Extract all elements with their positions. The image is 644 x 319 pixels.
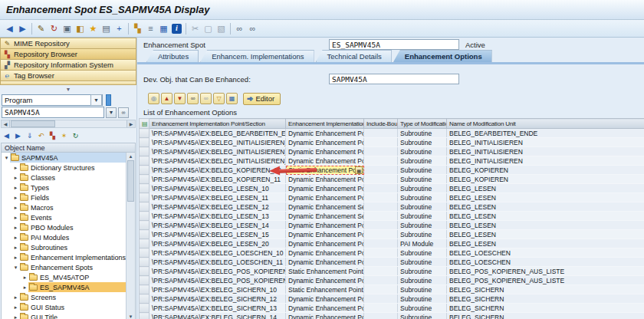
find-icon[interactable]: ∞ xyxy=(233,22,246,35)
tree-item-subroutines[interactable]: ▸Subroutines xyxy=(2,242,126,252)
chevron-down-icon[interactable]: ▾ xyxy=(3,155,10,161)
row-select-button[interactable] xyxy=(140,129,150,138)
row-select-button[interactable] xyxy=(140,193,150,202)
scroll-down-icon[interactable]: ▼ xyxy=(127,313,134,319)
row-select-button[interactable] xyxy=(140,147,150,156)
scroll-thumb[interactable] xyxy=(11,120,55,127)
set-filter-icon[interactable]: ▽ xyxy=(213,93,225,104)
display-change-icon[interactable]: ✎ xyxy=(34,22,48,35)
row-select-button[interactable] xyxy=(140,202,150,212)
table-row[interactable]: \PR:SAPMV45A\EX:BELEG_LOESCHEN_10Dynamic… xyxy=(140,248,644,258)
spot-field[interactable]: ES_SAPMV45A xyxy=(329,39,459,50)
hierarchy-icon[interactable]: ▚ xyxy=(48,130,58,140)
table-row[interactable]: \PR:SAPMV45A\EX:BELEG_BEARBEITEN_ENDE_10… xyxy=(140,129,644,138)
nav-button-tag-browser[interactable]: ℮Tag Browser xyxy=(0,70,136,81)
tab-enhancem-implementations[interactable]: Enhancem. Implementations xyxy=(200,50,314,62)
scroll-right-icon[interactable]: ▶ xyxy=(127,120,135,127)
tree-vertical-scrollbar[interactable]: ▲ ▼ xyxy=(126,153,135,319)
chevron-down-icon[interactable]: ▼ xyxy=(90,94,102,106)
tree-item-enhancement-spots[interactable]: ▾Enhancement Spots xyxy=(2,262,126,272)
expand-collapse-icon[interactable]: ⇓ xyxy=(25,130,34,140)
chevron-right-icon[interactable]: ▸ xyxy=(12,195,19,201)
chevron-right-icon[interactable]: ▸ xyxy=(12,215,19,221)
chevron-right-icon[interactable]: ▸ xyxy=(12,304,19,311)
row-select-button[interactable] xyxy=(140,285,150,294)
chevron-right-icon[interactable]: ▸ xyxy=(12,165,19,171)
chevron-right-icon[interactable]: ▸ xyxy=(12,225,19,231)
chevron-right-icon[interactable]: ▸ xyxy=(12,175,19,181)
table-settings-icon[interactable]: ▦ xyxy=(226,93,238,104)
tree-item-dictionary-structures[interactable]: ▸Dictionary Structures xyxy=(2,163,126,173)
dev-obj-field[interactable]: SAPMV45A xyxy=(329,74,459,84)
table-row[interactable]: \PR:SAPMV45A\EX:BELEG_POS_KOPIEREN_AUS_L… xyxy=(140,276,644,285)
nav-button-mime-repository[interactable]: ✎MIME Repository xyxy=(0,38,136,48)
binoculars-icon[interactable]: ∞ xyxy=(118,107,129,118)
row-select-button[interactable] xyxy=(140,175,150,184)
copy-icon[interactable]: ▢ xyxy=(202,22,215,35)
table-row[interactable]: \PR:SAPMV45A\EX:BELEG_KOPIEREN_10Static … xyxy=(140,166,644,175)
tree-item-gui-title[interactable]: ▸GUI Title xyxy=(2,312,126,319)
chevron-right-icon[interactable]: ▸ xyxy=(12,294,19,301)
sort-ascending-icon[interactable]: ▲ xyxy=(161,93,172,104)
object-type-select[interactable]: Program ▼ xyxy=(2,94,103,106)
chevron-right-icon[interactable]: ▸ xyxy=(12,314,19,319)
chevron-right-icon[interactable]: ▸ xyxy=(12,235,19,241)
nav-button-repository-information-system[interactable]: ▞Repository Information System xyxy=(0,59,136,70)
row-select-button[interactable] xyxy=(140,313,150,319)
table-row[interactable]: \PR:SAPMV45A\EX:BELEG_LESEN_10Dynamic En… xyxy=(140,184,644,193)
table-row[interactable]: \PR:SAPMV45A\EX:BELEG_INITIALISIEREN_13D… xyxy=(140,156,644,166)
refresh-icon[interactable]: ↻ xyxy=(71,130,80,140)
select-all-header[interactable]: ▤ xyxy=(140,119,150,129)
table-row[interactable]: \PR:SAPMV45A\EX:BELEG_KOPIEREN_11Dynamic… xyxy=(140,175,644,184)
tree-item-pai-modules[interactable]: ▸PAI Modules xyxy=(2,232,126,242)
table-row[interactable]: \PR:SAPMV45A\EX:BELEG_POS_KOPIEREN_AUS_L… xyxy=(140,267,644,276)
sort-list-icon[interactable]: ≡ xyxy=(144,22,157,35)
row-select-button[interactable] xyxy=(140,276,150,285)
table-row[interactable]: \PR:SAPMV45A\EX:BELEG_INITIALISIEREN_12D… xyxy=(140,147,644,156)
tree-item-es-mv45atop[interactable]: ▸ES_MV45ATOP xyxy=(2,272,126,282)
find-next-icon[interactable]: ∞ xyxy=(200,93,212,104)
chevron-right-icon[interactable]: ▸ xyxy=(12,245,19,251)
chevron-right-icon[interactable]: ▸ xyxy=(12,205,19,211)
table-row[interactable]: \PR:SAPMV45A\EX:BELEG_SICHERN_13Dynamic … xyxy=(140,304,644,313)
refresh-object-icon[interactable]: ↻ xyxy=(48,22,61,35)
back-icon[interactable]: ◀ xyxy=(3,22,16,35)
tree-item-es-sapmv45a[interactable]: ▸ES_SAPMV45A xyxy=(2,282,126,292)
copy-object-icon[interactable]: ▣ xyxy=(61,22,74,35)
tab-attributes[interactable]: Attributes xyxy=(146,50,199,62)
chevron-right-icon[interactable]: ▸ xyxy=(21,284,28,291)
object-name-input[interactable]: SAPMV45A xyxy=(2,107,104,118)
find-icon[interactable]: ∞ xyxy=(187,93,199,104)
tree-item-classes[interactable]: ▸Classes xyxy=(2,173,126,183)
paste-icon[interactable]: ▧ xyxy=(215,22,228,35)
cut-icon[interactable]: ✂ xyxy=(189,22,202,35)
table-row[interactable]: \PR:SAPMV45A\EX:BELEG_SICHERN_14Dynamic … xyxy=(140,313,644,319)
tree-item-macros[interactable]: ▸Macros xyxy=(2,202,126,212)
forward-icon[interactable]: ▶ xyxy=(13,130,23,140)
find-next-icon[interactable]: ∞ xyxy=(246,22,259,35)
table-row[interactable]: \PR:SAPMV45A\EX:BELEG_LESEN_20Dynamic En… xyxy=(140,239,644,248)
dropdown-button[interactable]: ▦ xyxy=(355,166,363,174)
editor-button[interactable]: ➾ Editor xyxy=(243,93,281,105)
tab-enhancement-options[interactable]: Enhancement Options xyxy=(393,50,492,62)
tree-horizontal-scrollbar[interactable]: ◀ ▶ xyxy=(1,120,136,128)
navigate-icon[interactable]: + xyxy=(113,22,126,35)
chevron-right-icon[interactable]: ▸ xyxy=(12,255,19,261)
table-row[interactable]: \PR:SAPMV45A\EX:BELEG_SICHERN_10Static E… xyxy=(140,285,644,294)
table-row[interactable]: \PR:SAPMV45A\EX:BELEG_SICHERN_12Dynamic … xyxy=(140,294,644,304)
enhancement-type-dropdown-cell[interactable]: Static Enhancement Point▦ xyxy=(286,166,364,175)
table-row[interactable]: \PR:SAPMV45A\EX:BELEG_LESEN_15Dynamic En… xyxy=(140,230,644,239)
column-header-type-of-modification-unit[interactable]: Type of Modification Unit xyxy=(398,119,447,129)
column-header-enhancement-implementation-point-section[interactable]: Enhancement Implementation Point/Section xyxy=(150,119,286,129)
row-select-button[interactable] xyxy=(140,221,150,230)
row-select-button[interactable] xyxy=(140,230,150,239)
dropdown-history-button[interactable]: ▼ xyxy=(106,107,117,118)
table-row[interactable]: \PR:SAPMV45A\EX:BELEG_LESEN_13Dynamic En… xyxy=(140,212,644,221)
row-select-button[interactable] xyxy=(140,138,150,147)
table-row[interactable]: \PR:SAPMV45A\EX:BELEG_LOESCHEN_11Dynamic… xyxy=(140,258,644,267)
chevron-down-icon[interactable]: ▾ xyxy=(12,265,19,271)
nav-button-repository-browser[interactable]: ▚Repository Browser xyxy=(0,48,136,59)
back-icon[interactable]: ◀ xyxy=(2,130,12,140)
row-select-button[interactable] xyxy=(140,248,150,258)
chevron-right-icon[interactable]: ▸ xyxy=(21,275,28,281)
